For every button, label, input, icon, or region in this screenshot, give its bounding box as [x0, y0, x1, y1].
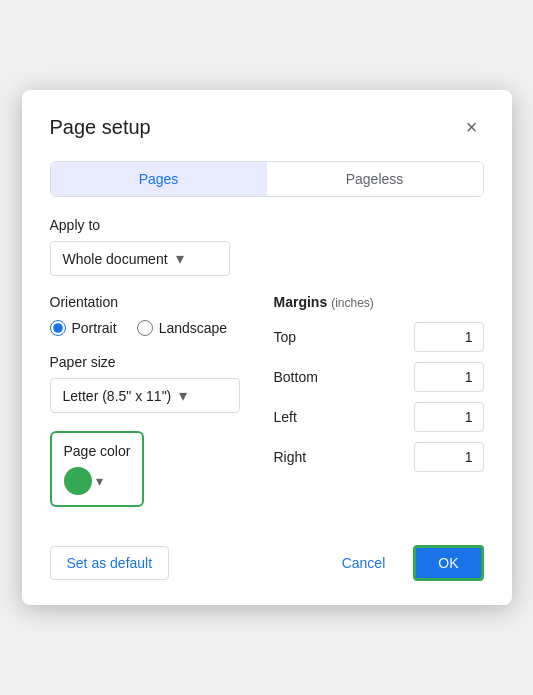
- margins-section: Margins (inches) Top Bottom Left Right: [274, 294, 484, 507]
- margin-row-bottom: Bottom: [274, 362, 484, 392]
- main-content: Orientation Portrait Landscape Paper siz…: [50, 294, 484, 507]
- cancel-button[interactable]: Cancel: [326, 545, 402, 581]
- dialog-title: Page setup: [50, 116, 151, 139]
- footer-right-buttons: Cancel OK: [326, 545, 484, 581]
- landscape-radio[interactable]: [137, 320, 153, 336]
- page-color-label: Page color: [64, 443, 131, 459]
- left-column: Orientation Portrait Landscape Paper siz…: [50, 294, 274, 507]
- apply-to-label: Apply to: [50, 217, 484, 233]
- apply-to-chevron-icon: ▾: [176, 249, 184, 268]
- set-as-default-button[interactable]: Set as default: [50, 546, 170, 580]
- margins-header: Margins (inches): [274, 294, 484, 310]
- apply-to-value: Whole document: [63, 251, 168, 267]
- orientation-radio-group: Portrait Landscape: [50, 320, 254, 336]
- portrait-radio[interactable]: [50, 320, 66, 336]
- paper-size-chevron-icon: ▾: [179, 386, 187, 405]
- margins-unit: (inches): [331, 296, 374, 310]
- paper-size-dropdown[interactable]: Letter (8.5" x 11") ▾: [50, 378, 240, 413]
- tabs-container: Pages Pageless: [50, 161, 484, 197]
- margin-bottom-input[interactable]: [414, 362, 484, 392]
- landscape-label: Landscape: [159, 320, 228, 336]
- orientation-label: Orientation: [50, 294, 254, 310]
- margin-row-left: Left: [274, 402, 484, 432]
- portrait-label: Portrait: [72, 320, 117, 336]
- margin-right-label: Right: [274, 449, 334, 465]
- dialog-footer: Set as default Cancel OK: [50, 535, 484, 581]
- margin-row-top: Top: [274, 322, 484, 352]
- close-button[interactable]: ×: [460, 114, 484, 141]
- margin-row-right: Right: [274, 442, 484, 472]
- margins-title: Margins: [274, 294, 328, 310]
- margin-top-input[interactable]: [414, 322, 484, 352]
- paper-size-value: Letter (8.5" x 11"): [63, 388, 172, 404]
- paper-size-label: Paper size: [50, 354, 254, 370]
- ok-button[interactable]: OK: [413, 545, 483, 581]
- color-chevron-icon: ▾: [96, 473, 103, 489]
- color-circle: [64, 467, 92, 495]
- margin-right-input[interactable]: [414, 442, 484, 472]
- page-color-button[interactable]: ▾: [64, 467, 131, 495]
- margin-bottom-label: Bottom: [274, 369, 334, 385]
- apply-to-dropdown[interactable]: Whole document ▾: [50, 241, 230, 276]
- landscape-option[interactable]: Landscape: [137, 320, 228, 336]
- tab-pageless[interactable]: Pageless: [267, 162, 483, 196]
- margin-left-label: Left: [274, 409, 334, 425]
- margin-top-label: Top: [274, 329, 334, 345]
- dialog-header: Page setup ×: [50, 114, 484, 141]
- page-setup-dialog: Page setup × Pages Pageless Apply to Who…: [22, 90, 512, 605]
- tab-pages[interactable]: Pages: [51, 162, 267, 196]
- page-color-section: Page color ▾: [50, 431, 145, 507]
- portrait-option[interactable]: Portrait: [50, 320, 117, 336]
- margin-left-input[interactable]: [414, 402, 484, 432]
